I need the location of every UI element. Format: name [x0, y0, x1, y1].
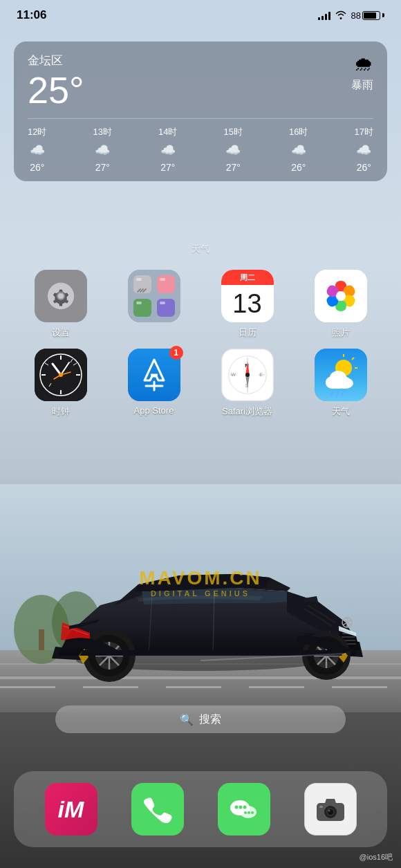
search-bar[interactable]: 🔍 搜索 [55, 705, 346, 733]
watermark: @ios16吧 [360, 852, 393, 862]
app-row-2: 时钟 [14, 349, 387, 418]
forecast-item: 16时 ☁️ 26° [289, 126, 308, 173]
app-safari[interactable]: N S E W Safari浏览器 [209, 349, 286, 418]
svg-rect-56 [136, 302, 142, 304]
svg-rect-2 [0, 676, 401, 679]
calendar-day: 周二 [240, 273, 255, 283]
photos-label: 照片 [332, 326, 350, 339]
svg-rect-3 [0, 686, 55, 688]
search-label: 搜索 [199, 712, 221, 727]
svg-point-114 [251, 811, 254, 814]
svg-text:E: E [259, 372, 263, 377]
weather-widget-label: 天气 [192, 243, 209, 254]
dock-im[interactable]: iM [45, 783, 97, 835]
appstore-label: App Store [134, 405, 174, 416]
weather-cloud-icon: 🌧 [351, 53, 373, 75]
battery-indicator: 88 [351, 10, 384, 21]
svg-rect-51 [157, 275, 175, 293]
svg-rect-4 [83, 686, 138, 688]
svg-point-77 [59, 373, 63, 377]
signal-icon [318, 10, 330, 20]
safari-label: Safari浏览器 [222, 405, 272, 418]
svg-point-48 [57, 293, 63, 299]
svg-rect-54 [136, 278, 142, 281]
status-bar: 11:06 88 [0, 0, 401, 30]
search-icon: 🔍 [180, 713, 194, 726]
wechat-app-icon [218, 783, 270, 835]
calendar-icon: 周二 13 [221, 270, 274, 322]
dock: iM [14, 771, 387, 847]
svg-rect-53 [157, 299, 175, 317]
svg-point-111 [243, 806, 246, 809]
car-scene [0, 484, 401, 712]
wifi-icon [335, 10, 347, 21]
status-time: 11:06 [17, 8, 46, 22]
settings-icon [35, 270, 87, 322]
weather-temperature: 25° [28, 71, 84, 109]
app-folder[interactable] [116, 270, 192, 339]
svg-point-62 [336, 291, 346, 301]
clock-icon [35, 349, 87, 401]
folder-icon [128, 270, 180, 322]
svg-text:W: W [231, 372, 236, 377]
calendar-label: 日历 [239, 326, 257, 339]
safari-icon: N S E W [221, 349, 274, 401]
weather-app-icon [315, 349, 367, 401]
svg-rect-120 [319, 806, 323, 808]
weather-widget[interactable]: 金坛区 25° 🌧 暴雨 12时 ☁️ 26° 13时 ☁️ 27° 14时 ☁… [14, 41, 387, 181]
phone-app-icon [131, 783, 184, 835]
weather-app-label: 天气 [332, 405, 350, 418]
svg-point-119 [328, 810, 330, 812]
dock-camera[interactable] [304, 783, 357, 835]
app-grid: 设置 [14, 270, 387, 425]
app-weather[interactable]: 天气 [303, 349, 379, 418]
dock-phone[interactable] [131, 783, 184, 835]
app-row-1: 设置 [14, 270, 387, 339]
photos-icon [315, 270, 367, 322]
svg-rect-10 [39, 629, 44, 650]
im-app-icon: iM [45, 783, 97, 835]
app-settings[interactable]: 设置 [23, 270, 99, 339]
svg-point-94 [245, 373, 250, 377]
status-icons: 88 [318, 10, 384, 21]
weather-location: 金坛区 [28, 53, 84, 68]
dock-wechat[interactable] [218, 783, 270, 835]
svg-rect-6 [249, 686, 304, 688]
weather-condition: 暴雨 [351, 78, 373, 93]
calendar-date: 13 [232, 290, 261, 317]
appstore-badge: 1 [169, 346, 183, 360]
svg-point-103 [330, 371, 346, 385]
svg-rect-7 [332, 686, 387, 688]
im-text: iM [58, 796, 84, 823]
svg-point-113 [248, 811, 250, 814]
forecast-item: 13时 ☁️ 27° [93, 126, 112, 173]
weather-forecast: 12时 ☁️ 26° 13时 ☁️ 27° 14时 ☁️ 27° 15时 ☁️ … [28, 118, 373, 173]
app-calendar[interactable]: 周二 13 日历 [209, 270, 286, 339]
forecast-item: 14时 ☁️ 27° [158, 126, 177, 173]
svg-rect-57 [160, 302, 165, 304]
forecast-item: 15时 ☁️ 27° [224, 126, 243, 173]
forecast-item: 12时 ☁️ 26° [28, 126, 46, 173]
svg-rect-55 [160, 278, 165, 281]
camera-app-icon [304, 783, 357, 835]
settings-label: 设置 [52, 326, 70, 339]
svg-rect-17 [342, 636, 355, 638]
clock-label: 时钟 [52, 405, 70, 418]
forecast-item: 17时 ☁️ 26° [355, 126, 373, 173]
svg-point-112 [244, 811, 247, 814]
svg-point-110 [239, 806, 242, 809]
app-appstore[interactable]: 1 App Store [116, 349, 192, 418]
svg-point-109 [234, 806, 238, 809]
svg-rect-5 [166, 686, 221, 688]
svg-rect-52 [133, 299, 151, 317]
app-photos[interactable]: 照片 [303, 270, 379, 339]
app-clock[interactable]: 时钟 [23, 349, 99, 418]
